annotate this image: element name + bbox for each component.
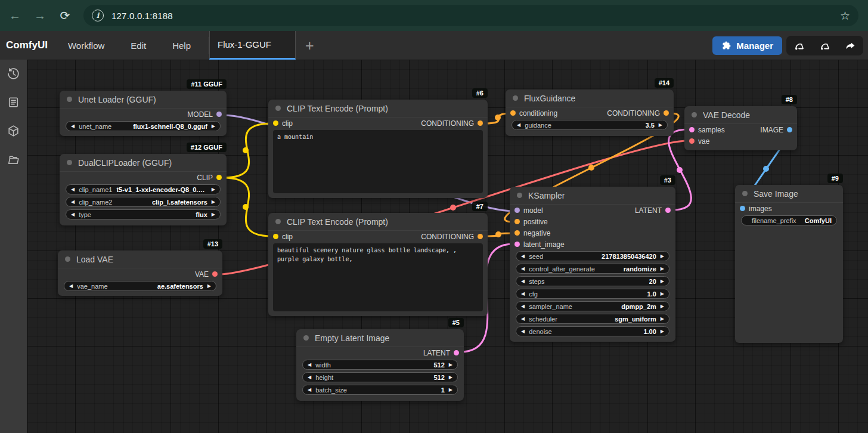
new-workflow-tab-button[interactable]: +	[296, 31, 324, 60]
input-slot-latent-image[interactable]: latent_image	[514, 240, 565, 249]
decrement-arrow-icon[interactable]: ◀	[521, 292, 525, 296]
decrement-arrow-icon[interactable]: ◀	[521, 254, 525, 259]
decrement-arrow-icon[interactable]: ◀	[521, 279, 525, 284]
forward-icon[interactable]: →	[30, 5, 50, 26]
collapse-dot[interactable]	[513, 95, 518, 101]
decrement-arrow-icon[interactable]: ◀	[71, 200, 75, 205]
increment-arrow-icon[interactable]: ▶	[212, 124, 215, 129]
decrement-arrow-icon[interactable]: ◀	[517, 123, 520, 128]
workflows-folder-icon[interactable]	[7, 152, 21, 166]
widget-sampler-name[interactable]: ◀sampler_namedpmpp_2m▶	[516, 301, 669, 311]
widget-denoise[interactable]: ◀denoise1.00▶	[516, 326, 669, 336]
widget-clip-name2[interactable]: ◀clip_name2clip_l.safetensors▶	[66, 197, 221, 207]
decrement-arrow-icon[interactable]: ◀	[521, 329, 525, 334]
node-header[interactable]: Empty Latent Image	[296, 329, 464, 347]
widget-guidance[interactable]: ◀guidance3.5▶	[512, 120, 668, 130]
widget-filename-prefix[interactable]: filename_prefixComfyUI	[741, 215, 837, 225]
back-icon[interactable]: ←	[5, 5, 25, 26]
input-slot-negative[interactable]: negative	[514, 229, 550, 237]
output-slot-conditioning[interactable]: CONDITIONING	[421, 119, 483, 128]
decrement-arrow-icon[interactable]: ◀	[71, 212, 75, 217]
widget-unet-name[interactable]: ◀unet_nameflux1-schnell-Q8_0.gguf▶	[66, 121, 221, 131]
increment-arrow-icon[interactable]: ▶	[212, 200, 215, 205]
input-slot-conditioning[interactable]: conditioning	[510, 109, 557, 117]
input-slot-clip[interactable]: clip	[273, 119, 293, 128]
clear-workflow-icon[interactable]	[786, 36, 812, 55]
widget-height[interactable]: ◀height512▶	[302, 372, 458, 382]
decrement-arrow-icon[interactable]: ◀	[521, 317, 525, 321]
collapse-dot[interactable]	[67, 160, 72, 165]
widget-control-after-generate[interactable]: ◀control_after_generaterandomize▶	[516, 264, 669, 274]
input-slot-positive[interactable]: positive	[514, 218, 548, 226]
collapse-dot[interactable]	[67, 97, 72, 102]
increment-arrow-icon[interactable]: ▶	[449, 363, 452, 367]
output-slot-model[interactable]: MODEL	[187, 110, 222, 119]
node-header[interactable]: VAE Decode	[684, 106, 797, 124]
collapse-dot[interactable]	[517, 193, 522, 198]
collapse-dot[interactable]	[275, 106, 281, 111]
increment-arrow-icon[interactable]: ▶	[661, 279, 664, 284]
increment-arrow-icon[interactable]: ▶	[207, 284, 211, 289]
node-header[interactable]: Save Image	[735, 185, 843, 203]
increment-arrow-icon[interactable]: ▶	[661, 292, 664, 296]
input-slot-samples[interactable]: samples	[689, 126, 725, 134]
increment-arrow-icon[interactable]: ▶	[661, 317, 664, 321]
decrement-arrow-icon[interactable]: ◀	[71, 124, 75, 129]
collapse-dot[interactable]	[275, 219, 281, 224]
widget-clip-name1[interactable]: ◀clip_name1t5-v1_1-xxl-encoder-Q8_0.g...…	[66, 184, 221, 194]
prompt-textarea[interactable]: a mountain	[273, 130, 483, 193]
increment-arrow-icon[interactable]: ▶	[659, 123, 662, 128]
increment-arrow-icon[interactable]: ▶	[212, 187, 215, 192]
workflow-history-icon[interactable]	[7, 66, 21, 81]
decrement-arrow-icon[interactable]: ◀	[69, 284, 73, 289]
increment-arrow-icon[interactable]: ▶	[212, 212, 215, 217]
node-header[interactable]: CLIP Text Encode (Prompt)	[268, 213, 488, 231]
increment-arrow-icon[interactable]: ▶	[661, 329, 664, 334]
menu-help[interactable]: Help	[159, 31, 204, 60]
decrement-arrow-icon[interactable]: ◀	[71, 187, 75, 192]
widget-type[interactable]: ◀typeflux▶	[66, 209, 221, 219]
node-clip-text-encode-prompt[interactable]: CLIP Text Encode (Prompt)clipCONDITIONIN…	[268, 100, 488, 198]
input-slot-images[interactable]: images	[740, 205, 772, 213]
output-slot-conditioning[interactable]: CONDITIONING	[607, 109, 669, 117]
increment-arrow-icon[interactable]: ▶	[661, 254, 664, 259]
node-header[interactable]: FluxGuidance	[506, 89, 674, 107]
widget-batch-size[interactable]: ◀batch_size1▶	[302, 385, 458, 395]
node-header[interactable]: DualCLIPLoader (GGUF)	[60, 154, 227, 172]
node-dualcliploader-gguf[interactable]: DualCLIPLoader (GGUF)CLIP◀clip_name1t5-v…	[60, 154, 227, 225]
node-header[interactable]: KSampler	[510, 187, 675, 205]
increment-arrow-icon[interactable]: ▶	[661, 267, 664, 271]
widget-cfg[interactable]: ◀cfg1.0▶	[516, 289, 669, 299]
node-fluxguidance[interactable]: FluxGuidanceconditioningCONDITIONING◀gui…	[506, 89, 674, 136]
collapse-dot[interactable]	[303, 335, 309, 341]
node-unet-loader-gguf[interactable]: Unet Loader (GGUF)MODEL◀unet_nameflux1-s…	[60, 91, 227, 136]
collapse-dot[interactable]	[742, 191, 748, 196]
node-clip-text-encode-prompt[interactable]: CLIP Text Encode (Prompt)clipCONDITIONIN…	[268, 213, 488, 316]
node-graph-canvas[interactable]: #11 GGUFUnet Loader (GGUF)MODEL◀unet_nam…	[27, 60, 868, 433]
widget-seed[interactable]: ◀seed217813850436420▶	[516, 251, 669, 261]
increment-arrow-icon[interactable]: ▶	[661, 304, 664, 309]
comfyui-logo[interactable]: ComfyUI	[0, 31, 55, 60]
node-header[interactable]: CLIP Text Encode (Prompt)	[268, 100, 488, 117]
output-slot-vae[interactable]: VAE	[195, 270, 218, 279]
output-slot-image[interactable]: IMAGE	[760, 126, 792, 134]
share-icon[interactable]	[838, 36, 863, 55]
node-header[interactable]: Unet Loader (GGUF)	[60, 91, 227, 109]
widget-steps[interactable]: ◀steps20▶	[516, 276, 669, 286]
decrement-arrow-icon[interactable]: ◀	[308, 388, 311, 392]
decrement-arrow-icon[interactable]: ◀	[521, 267, 525, 271]
url-bar[interactable]: i 127.0.0.1:8188 ☆	[83, 5, 858, 26]
decrement-arrow-icon[interactable]: ◀	[521, 304, 525, 309]
collapse-dot[interactable]	[65, 256, 70, 262]
input-slot-vae[interactable]: vae	[689, 137, 709, 146]
node-header[interactable]: Load VAE	[58, 250, 222, 268]
node-ksampler[interactable]: KSamplermodelLATENTpositivenegativelaten…	[510, 187, 675, 342]
output-slot-latent[interactable]: LATENT	[423, 349, 459, 357]
decrement-arrow-icon[interactable]: ◀	[308, 375, 311, 380]
bookmark-star-icon[interactable]: ☆	[840, 9, 850, 23]
tab-flux-1-gguf[interactable]: Flux-1-GGUF	[209, 31, 296, 60]
output-slot-conditioning[interactable]: CONDITIONING	[421, 233, 483, 241]
manager-button[interactable]: Manager	[712, 36, 782, 55]
output-slot-clip[interactable]: CLIP	[197, 174, 222, 182]
input-slot-model[interactable]: model	[514, 206, 543, 215]
